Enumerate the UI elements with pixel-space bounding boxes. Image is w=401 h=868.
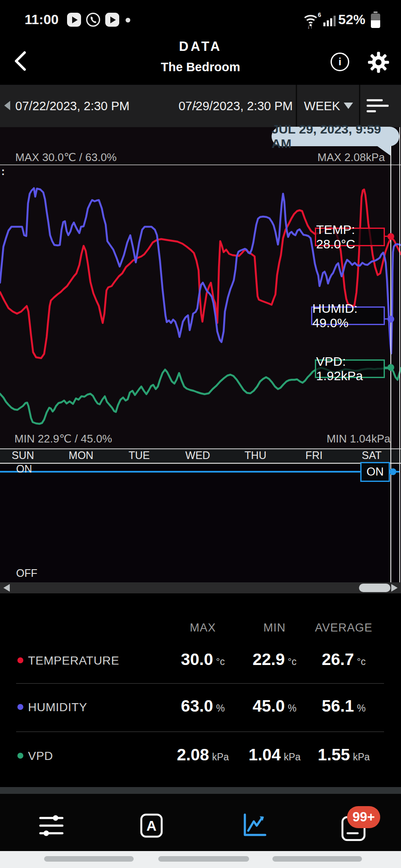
scroll-right-icon[interactable] xyxy=(391,584,398,592)
unit: kPa xyxy=(212,751,229,763)
row-divider xyxy=(16,683,384,684)
unit: % xyxy=(216,703,224,714)
temp-min: 22.9 xyxy=(252,650,285,669)
youtube-notification-icon-2 xyxy=(105,13,119,27)
divider xyxy=(359,85,360,127)
unit: % xyxy=(288,703,296,714)
notification-dot-icon xyxy=(126,18,130,22)
signal-bars-icon xyxy=(323,14,338,28)
wifi-icon: 6 ↓↑ xyxy=(302,11,322,31)
range-interval-select[interactable]: WEEK xyxy=(303,99,341,113)
range-end-date[interactable]: 07/29/2023, 2:30 PM xyxy=(170,99,293,113)
day-tick-wed: WED xyxy=(185,449,210,462)
unit: °c xyxy=(357,656,366,668)
whatsapp-notification-icon xyxy=(86,13,100,27)
stats-header-average: AVERAGE xyxy=(312,621,376,634)
day-tick-fri: FRI xyxy=(306,449,322,462)
battery-icon xyxy=(371,14,380,28)
row-divider xyxy=(16,732,384,732)
cursor-timestamp-tooltip: JUL 29, 2023, 9:59 AM xyxy=(272,127,399,146)
tab-controls[interactable] xyxy=(36,810,67,841)
humid-max: 63.0 xyxy=(181,697,213,715)
device-state-badge: ON xyxy=(360,462,390,482)
state-axis-on: ON xyxy=(16,463,32,475)
vpd-value-label: VPD: 1.92kPa xyxy=(315,359,385,378)
gear-icon xyxy=(367,51,390,73)
tab-automation[interactable]: A xyxy=(136,810,167,841)
gesture-pill-back[interactable] xyxy=(272,856,362,862)
stats-header-max: MAX xyxy=(171,621,235,634)
table-row-humidity: HUMIDITY 63.0% 45.0% 56.1% xyxy=(0,693,401,721)
chevron-down-icon[interactable] xyxy=(344,103,353,109)
battery-cap xyxy=(373,11,378,13)
vpd-max: 2.08 xyxy=(177,746,209,764)
day-tick-tue: TUE xyxy=(129,449,150,462)
previous-range-icon[interactable] xyxy=(4,101,10,110)
day-tick-mon: MON xyxy=(69,449,93,462)
battery-percentage: 52% xyxy=(338,12,365,28)
range-start-date[interactable]: 07/22/2023, 2:30 PM xyxy=(15,99,129,113)
nav-divider xyxy=(0,787,401,794)
tab-data-active[interactable] xyxy=(239,810,269,841)
temp-value-label: TEMP: 28.0°C xyxy=(315,228,385,246)
temperature-dot-icon xyxy=(17,657,23,663)
device-state-plot[interactable] xyxy=(0,463,401,582)
vpd-dot-icon xyxy=(17,753,23,759)
svg-text:A: A xyxy=(146,818,157,834)
day-tick-sat: SAT xyxy=(362,449,382,462)
state-axis-off: OFF xyxy=(16,567,37,579)
day-tick-sun: SUN xyxy=(12,449,34,462)
day-tick-thu: THU xyxy=(244,449,266,462)
settings-button[interactable] xyxy=(367,51,390,75)
vpd-min: 1.04 xyxy=(249,746,281,764)
humidity-value-label: HUMID: 49.0% xyxy=(311,306,385,325)
unit: °c xyxy=(216,656,225,668)
temp-avg: 26.7 xyxy=(322,650,354,669)
humidity-dot-icon xyxy=(17,704,23,710)
device-on-line xyxy=(0,471,399,473)
vpd-avg: 1.55 xyxy=(318,746,350,764)
row-label: HUMIDITY xyxy=(28,701,87,714)
svg-text:↓↑: ↓↑ xyxy=(307,23,313,29)
row-label: VPD xyxy=(28,749,53,763)
humid-avg: 56.1 xyxy=(322,697,354,715)
svg-text:6: 6 xyxy=(318,11,321,18)
temp-max: 30.0 xyxy=(181,650,213,669)
sort-filter-button[interactable] xyxy=(367,99,390,114)
stats-header-min: MIN xyxy=(243,621,306,634)
unit: kPa xyxy=(353,751,370,763)
youtube-notification-icon xyxy=(67,13,81,27)
page-title: DATA xyxy=(0,39,401,54)
chart-right-border xyxy=(399,127,400,582)
status-time: 11:00 xyxy=(25,12,59,28)
temp-cursor-dot xyxy=(387,233,394,240)
scrollbar-thumb[interactable] xyxy=(359,584,390,592)
device-state-cursor-dot xyxy=(390,468,396,475)
app-screen: 11:00 6 ↓↑ 52% DATA The Bedro xyxy=(0,0,401,868)
chart-lines xyxy=(0,127,401,448)
unit: kPa xyxy=(284,751,301,763)
table-row-vpd: VPD 2.08kPa 1.04kPa 1.55kPa xyxy=(0,742,401,769)
notification-badge: 99+ xyxy=(347,806,380,828)
vpd-cursor-dot xyxy=(387,364,394,371)
humidity-cursor-dot xyxy=(387,316,394,323)
row-label: TEMPERATURE xyxy=(28,654,119,668)
time-scrollbar[interactable] xyxy=(0,582,401,593)
table-row-temperature: TEMPERATURE 30.0°c 22.9°c 26.7°c xyxy=(0,647,401,674)
unit: °c xyxy=(288,656,297,668)
sliders-icon xyxy=(38,812,65,839)
gesture-pill-recents[interactable] xyxy=(44,856,134,862)
info-icon: i xyxy=(339,56,342,68)
scroll-left-icon[interactable] xyxy=(3,584,10,592)
auto-mode-icon: A xyxy=(138,812,165,839)
info-button[interactable]: i xyxy=(331,53,349,71)
gesture-pill-home[interactable] xyxy=(158,856,249,862)
humid-min: 45.0 xyxy=(252,697,285,715)
divider xyxy=(296,85,297,127)
line-chart-icon xyxy=(241,812,268,839)
unit: % xyxy=(357,703,365,714)
phone-icon xyxy=(89,16,97,24)
